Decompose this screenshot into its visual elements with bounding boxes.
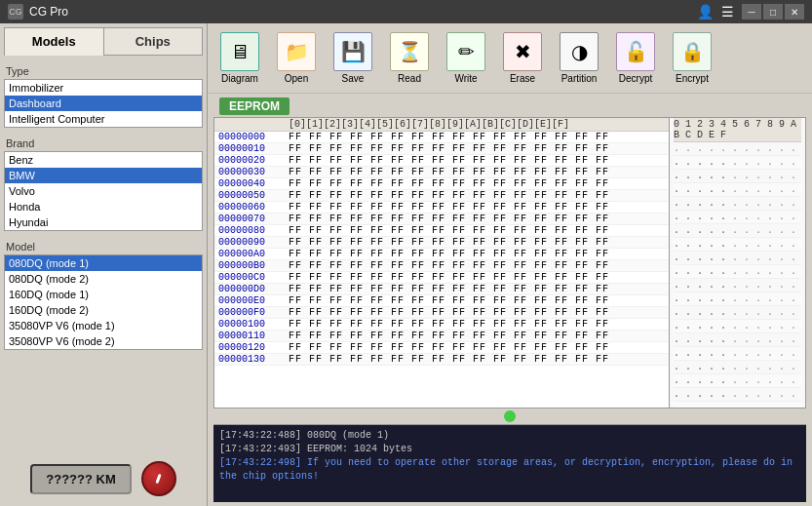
partition-button[interactable]: ◑Partition — [553, 27, 605, 89]
type-list-item[interactable]: Immobilizer — [5, 80, 202, 96]
encrypt-button-label: Encrypt — [676, 73, 709, 84]
model-list-item[interactable]: 35080VP V6 (mode 1) — [5, 318, 202, 333]
ascii-row: . . . . . . . . . . . . . . . . — [674, 292, 801, 306]
app-title: CG Pro — [29, 5, 697, 19]
save-button[interactable]: 💾Save — [327, 27, 379, 89]
model-list-item[interactable]: 35080VP V6 (mode 2) — [5, 333, 202, 349]
content-area: 🖥Diagram📁Open💾Save⏳Read✏Write✖Erase◑Part… — [208, 23, 812, 506]
encrypt-icon: 🔒 — [673, 32, 712, 71]
hex-row: 00000120FF FF FF FF FF FF FF FF FF FF FF… — [214, 342, 669, 354]
model-label: Model — [6, 241, 201, 253]
tab-chips[interactable]: Chips — [103, 27, 204, 56]
decrypt-button[interactable]: 🔓Decrypt — [609, 27, 662, 89]
menu-icon: ☰ — [721, 4, 734, 19]
km-section: ?????? KM — [4, 455, 203, 502]
read-icon: ⏳ — [390, 32, 429, 71]
hex-row: 00000000FF FF FF FF FF FF FF FF FF FF FF… — [214, 132, 669, 143]
brand-list-item[interactable]: Benz — [5, 152, 202, 168]
model-list: 080DQ (mode 1)080DQ (mode 2)160DQ (mode … — [4, 254, 203, 350]
write-button[interactable]: ✏Write — [440, 27, 492, 89]
hex-row: 000000B0FF FF FF FF FF FF FF FF FF FF FF… — [214, 260, 669, 272]
hex-editor[interactable]: [0][1][2][3][4][5][6][7][8][9][A][B][C][… — [213, 117, 670, 409]
log-line: [17:43:22:498] If you need to operate ot… — [219, 456, 800, 484]
ascii-row: . . . . . . . . . . . . . . . . — [674, 156, 801, 170]
hex-row: 00000050FF FF FF FF FF FF FF FF FF FF FF… — [214, 190, 669, 202]
read-button-label: Read — [398, 73, 421, 84]
erase-icon: ✖ — [503, 32, 542, 71]
log-line: [17:43:22:493] EEPROM: 1024 bytes — [219, 443, 800, 456]
km-display: ?????? KM — [30, 464, 131, 494]
brand-list-item[interactable]: BMW — [5, 168, 202, 183]
open-button-label: Open — [285, 73, 308, 84]
ascii-row: . . . . . . . . . . . . . . . . — [674, 197, 801, 211]
ascii-row: . . . . . . . . . . . . . . . . — [674, 183, 801, 197]
open-button[interactable]: 📁Open — [270, 27, 323, 89]
toolbar: 🖥Diagram📁Open💾Save⏳Read✏Write✖Erase◑Part… — [208, 23, 812, 94]
hex-row: 00000130FF FF FF FF FF FF FF FF FF FF FF… — [214, 354, 669, 366]
restore-button[interactable]: □ — [763, 4, 783, 19]
brand-list-item[interactable]: Hyundai — [5, 214, 202, 230]
diagram-icon: 🖥 — [220, 32, 259, 71]
brand-label: Brand — [6, 137, 201, 149]
brand-list: BenzBMWVolvoHondaHyundai — [4, 151, 203, 231]
ascii-header: 0 1 2 3 4 5 6 7 8 9 A B C D E F — [674, 118, 801, 142]
user-icon: 👤 — [697, 4, 714, 19]
brand-list-item[interactable]: Honda — [5, 199, 202, 214]
erase-button[interactable]: ✖Erase — [496, 27, 549, 89]
hex-row: 00000090FF FF FF FF FF FF FF FF FF FF FF… — [214, 237, 669, 249]
ascii-row: . . . . . . . . . . . . . . . . — [674, 402, 801, 409]
hex-row: 00000020FF FF FF FF FF FF FF FF FF FF FF… — [214, 155, 669, 167]
model-list-item[interactable]: 160DQ (mode 1) — [5, 287, 202, 302]
hex-row: 00000100FF FF FF FF FF FF FF FF FF FF FF… — [214, 319, 669, 331]
km-knob[interactable] — [141, 461, 176, 496]
save-icon: 💾 — [333, 32, 372, 71]
eeprom-label: EEPROM — [219, 97, 290, 115]
diagram-button[interactable]: 🖥Diagram — [213, 27, 266, 89]
ascii-row: . . . . . . . . . . . . . . . . — [674, 320, 801, 333]
hex-row: 000000C0FF FF FF FF FF FF FF FF FF FF FF… — [214, 272, 669, 284]
ascii-row: . . . . . . . . . . . . . . . . — [674, 224, 801, 238]
hex-row: 00000070FF FF FF FF FF FF FF FF FF FF FF… — [214, 214, 669, 225]
hex-row: 000000D0FF FF FF FF FF FF FF FF FF FF FF… — [214, 284, 669, 295]
model-list-item[interactable]: 080DQ (mode 2) — [5, 271, 202, 287]
save-button-label: Save — [342, 73, 365, 84]
ascii-row: . . . . . . . . . . . . . . . . — [674, 361, 801, 374]
write-icon: ✏ — [446, 32, 485, 71]
title-bar: CG CG Pro 👤 ☰ ─ □ ✕ — [0, 0, 812, 23]
hex-row: 000000A0FF FF FF FF FF FF FF FF FF FF FF… — [214, 249, 669, 260]
hex-row: 00000080FF FF FF FF FF FF FF FF FF FF FF… — [214, 225, 669, 237]
write-button-label: Write — [454, 73, 477, 84]
type-list: ImmobilizerDashboardIntelligent Computer — [4, 79, 203, 128]
hex-row: 00000030FF FF FF FF FF FF FF FF FF FF FF… — [214, 167, 669, 178]
tab-models[interactable]: Models — [4, 27, 103, 56]
type-list-item[interactable]: Dashboard — [5, 96, 202, 111]
ascii-row: . . . . . . . . . . . . . . . . — [674, 170, 801, 183]
type-label: Type — [6, 65, 201, 77]
encrypt-button[interactable]: 🔒Encrypt — [666, 27, 718, 89]
type-list-item[interactable]: Intelligent Computer — [5, 111, 202, 127]
decrypt-button-label: Decrypt — [619, 73, 652, 84]
read-button[interactable]: ⏳Read — [383, 27, 436, 89]
minimize-button[interactable]: ─ — [742, 4, 761, 19]
ascii-row: . . . . . . . . . . . . . . . . — [674, 279, 801, 292]
brand-list-item[interactable]: Volvo — [5, 183, 202, 199]
partition-button-label: Partition — [561, 73, 598, 84]
hex-row: 000000F0FF FF FF FF FF FF FF FF FF FF FF… — [214, 307, 669, 319]
hex-row: 00000110FF FF FF FF FF FF FF FF FF FF FF… — [214, 331, 669, 342]
model-list-item[interactable]: 160DQ (mode 2) — [5, 302, 202, 318]
hex-row: 00000010FF FF FF FF FF FF FF FF FF FF FF… — [214, 143, 669, 155]
hex-row: 00000060FF FF FF FF FF FF FF FF FF FF FF… — [214, 202, 669, 214]
ascii-row: . . . . . . . . . . . . . . . . — [674, 306, 801, 320]
log-area: [17:43:22:488] 080DQ (mode 1)[17:43:22:4… — [213, 424, 806, 502]
ascii-area: 0 1 2 3 4 5 6 7 8 9 A B C D E F . . . . … — [670, 117, 806, 409]
sidebar: Models Chips Type ImmobilizerDashboardIn… — [0, 23, 208, 506]
ascii-row: . . . . . . . . . . . . . . . . — [674, 333, 801, 347]
erase-button-label: Erase — [510, 73, 535, 84]
window-controls: 👤 ☰ ─ □ ✕ — [697, 4, 804, 19]
decrypt-icon: 🔓 — [616, 32, 655, 71]
close-button[interactable]: ✕ — [785, 4, 804, 19]
hex-area: [0][1][2][3][4][5][6][7][8][9][A][B][C][… — [208, 117, 812, 409]
model-list-item[interactable]: 080DQ (mode 1) — [5, 255, 202, 271]
hex-header: [0][1][2][3][4][5][6][7][8][9][A][B][C][… — [214, 118, 669, 132]
ascii-row: . . . . . . . . . . . . . . . . — [674, 388, 801, 402]
